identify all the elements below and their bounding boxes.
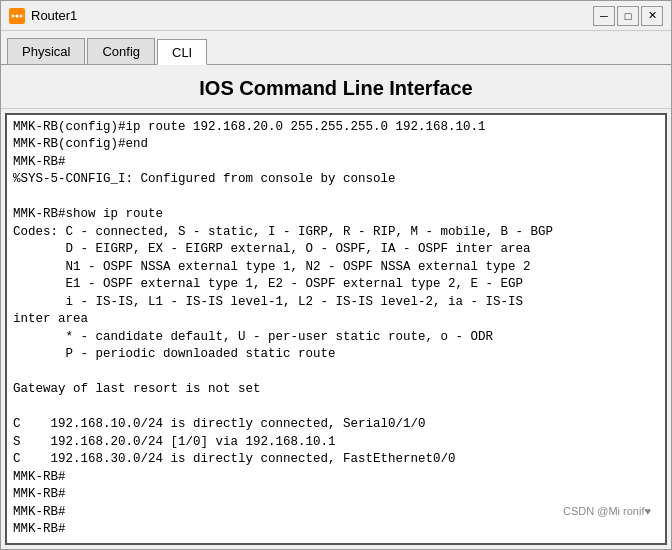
tab-physical[interactable]: Physical — [7, 38, 85, 64]
maximize-button[interactable]: □ — [617, 6, 639, 26]
tab-config[interactable]: Config — [87, 38, 155, 64]
router-window: Router1 ─ □ ✕ Physical Config CLI IOS Co… — [0, 0, 672, 550]
tab-bar: Physical Config CLI — [1, 31, 671, 65]
window-controls: ─ □ ✕ — [593, 6, 663, 26]
router-icon — [9, 8, 25, 24]
terminal-content: MMK-RB(config-if)#exit MMK-RB(config)#ip… — [13, 113, 659, 539]
window-title: Router1 — [31, 8, 593, 23]
svg-point-2 — [16, 14, 19, 17]
tab-cli[interactable]: CLI — [157, 39, 207, 65]
cli-title: IOS Command Line Interface — [1, 65, 671, 109]
content-area: IOS Command Line Interface MMK-RB(config… — [1, 65, 671, 549]
minimize-button[interactable]: ─ — [593, 6, 615, 26]
watermark: CSDN @Mi ronif♥ — [563, 504, 651, 519]
terminal-wrapper: MMK-RB(config-if)#exit MMK-RB(config)#ip… — [1, 109, 671, 549]
close-button[interactable]: ✕ — [641, 6, 663, 26]
svg-line-5 — [13, 10, 14, 12]
svg-line-6 — [20, 10, 21, 12]
svg-point-1 — [12, 14, 15, 17]
terminal[interactable]: MMK-RB(config-if)#exit MMK-RB(config)#ip… — [5, 113, 667, 545]
title-bar: Router1 ─ □ ✕ — [1, 1, 671, 31]
svg-point-3 — [20, 14, 23, 17]
